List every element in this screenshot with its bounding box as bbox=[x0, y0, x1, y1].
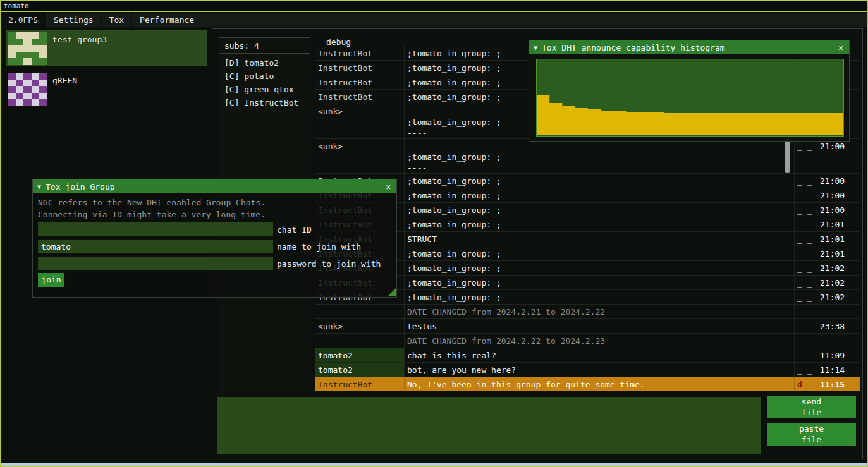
chat-message-time: 21:01 bbox=[817, 246, 860, 260]
chat-message-time: 21:00 bbox=[817, 188, 860, 202]
chat-message-row[interactable]: tomato2bot, are you new here?_ _11:14 bbox=[315, 363, 860, 377]
chat-message-time: 21:00 bbox=[817, 174, 860, 188]
group-name: gREEN bbox=[52, 76, 77, 107]
resize-grip[interactable] bbox=[388, 288, 396, 296]
join-name-label: name to join with bbox=[277, 242, 361, 252]
app-window: tomato 2.0FPS Settings Tox Performance t… bbox=[0, 0, 868, 467]
chat-message-flags: _ _ bbox=[795, 261, 817, 275]
message-input[interactable] bbox=[217, 397, 761, 454]
chat-message-text: ;tomato_in_group: ; bbox=[405, 276, 795, 289]
dht-histogram-titlebar[interactable]: ▼ Tox DHT announce capability histogram … bbox=[529, 40, 849, 54]
close-icon[interactable]: ✕ bbox=[384, 182, 392, 191]
chat-sender-name: <unk> bbox=[315, 104, 405, 138]
chat-message-row[interactable]: tomato2chat is this real?_ _11:09 bbox=[315, 348, 860, 363]
chat-message-row[interactable]: <unk>---- ;tomato_in_group: ; ----_ _21:… bbox=[315, 139, 860, 174]
join-name-input[interactable] bbox=[38, 240, 273, 253]
dht-histogram-plot bbox=[536, 59, 844, 137]
chat-sender-name bbox=[315, 305, 405, 318]
join-password-input[interactable] bbox=[38, 257, 273, 270]
chat-sender-name: <unk> bbox=[315, 139, 405, 173]
chat-date-row[interactable]: DATE CHANGED from 2024.2.22 to 2024.2.23 bbox=[315, 334, 860, 348]
group-name: test_group3 bbox=[52, 35, 107, 66]
collapse-arrow-icon[interactable]: ▼ bbox=[37, 183, 41, 190]
chat-sender-name: InstructBot bbox=[315, 75, 405, 89]
chat-tab-debug[interactable]: debug bbox=[326, 37, 351, 47]
collapse-arrow-icon[interactable]: ▼ bbox=[534, 44, 537, 51]
chat-message-row[interactable]: InstructBot;tomato_in_group: ;_ _21:02 bbox=[315, 276, 860, 290]
send-file-button[interactable]: send file bbox=[767, 396, 856, 418]
chat-date-row[interactable]: DATE CHANGED from 2024.2.21 to 2024.2.22 bbox=[315, 305, 860, 319]
chat-message-text: DATE CHANGED from 2024.2.21 to 2024.2.22 bbox=[405, 305, 795, 318]
chat-id-input[interactable] bbox=[38, 222, 273, 236]
chat-message-time bbox=[817, 334, 860, 348]
chat-message-time: 21:01 bbox=[817, 217, 860, 231]
paste-file-button[interactable]: paste file bbox=[767, 423, 856, 446]
chat-sender-name: InstructBot bbox=[315, 61, 405, 75]
chat-message-text: chat is this real? bbox=[405, 348, 795, 362]
chat-message-flags: _ _ bbox=[795, 290, 817, 304]
chat-sender-name: InstructBot bbox=[315, 377, 405, 391]
chat-message-row[interactable]: InstructBot;tomato_in_group: ;_ _21:01 bbox=[315, 217, 860, 232]
chat-message-time: 11:09 bbox=[817, 348, 860, 362]
chat-message-text: ;tomato_in_group: ; bbox=[405, 188, 795, 202]
chat-message-flags: d bbox=[795, 377, 817, 391]
chat-message-text: ;tomato_in_group: ; bbox=[405, 174, 795, 188]
chat-message-row[interactable]: InstructBot;tomato_in_group: ;_ _21:02 bbox=[315, 290, 860, 305]
chat-message-row[interactable]: InstructBot;tomato_in_group: ;_ _21:00 bbox=[315, 188, 860, 203]
join-group-titlebar[interactable]: ▼ Tox join Group ✕ bbox=[33, 179, 396, 193]
group-avatar-icon bbox=[8, 73, 47, 106]
window-titlebar[interactable]: tomato bbox=[1, 1, 867, 12]
dht-histogram-title: Tox DHT announce capability histogram bbox=[542, 43, 725, 52]
group-avatar-icon bbox=[8, 32, 47, 65]
histogram-plot-svg bbox=[537, 59, 843, 136]
chat-message-text: ---- ;tomato_in_group: ; ---- bbox=[405, 139, 795, 173]
window-bottom-edge bbox=[1, 463, 867, 466]
chat-sender-name: tomato2 bbox=[315, 363, 405, 377]
chat-message-row[interactable]: InstructBotSTRUCT_ _21:01 bbox=[315, 232, 860, 246]
chat-message-row[interactable]: InstructBot;tomato_in_group: ;_ _21:01 bbox=[315, 246, 860, 261]
chat-message-text: ;tomato_in_group: ; bbox=[405, 246, 795, 260]
fps-indicator: 2.0FPS bbox=[1, 13, 46, 27]
chat-message-flags: _ _ bbox=[795, 139, 817, 173]
member-item[interactable]: [C] green_qtox bbox=[219, 83, 310, 96]
chat-message-text: ;tomato_in_group: ; bbox=[405, 203, 795, 217]
chat-message-time: 21:02 bbox=[817, 276, 860, 289]
member-item[interactable]: [C] InstructBot bbox=[219, 96, 310, 109]
join-info-line: NGC refers to the New DHT enabled Group … bbox=[38, 198, 266, 207]
member-item[interactable]: [D] tomato2 bbox=[219, 56, 310, 70]
chat-sender-name: InstructBot bbox=[315, 90, 405, 104]
chat-message-text: bot, are you new here? bbox=[405, 363, 795, 377]
member-item[interactable]: [C] potato bbox=[219, 70, 310, 83]
chat-message-flags bbox=[795, 334, 817, 348]
chat-message-time: 21:00 bbox=[817, 203, 860, 217]
chat-message-text: ;tomato_in_group: ; bbox=[405, 217, 795, 231]
chat-message-flags: _ _ bbox=[795, 174, 817, 188]
join-button[interactable]: join bbox=[38, 273, 64, 287]
chat-message-flags: _ _ bbox=[795, 276, 817, 289]
chat-message-row[interactable]: InstructBot;tomato_in_group: ;_ _21:00 bbox=[315, 203, 860, 217]
chat-message-text: ;tomato_in_group: ; bbox=[405, 261, 795, 275]
chat-message-text: testus bbox=[405, 319, 795, 333]
subs-count-label: subs: 4 bbox=[219, 38, 310, 54]
chat-message-time: 23:38 bbox=[817, 319, 860, 333]
chat-message-row[interactable]: <unk>testus_ _23:38 bbox=[315, 319, 860, 334]
chat-message-row[interactable]: InstructBot;tomato_in_group: ;_ _21:00 bbox=[315, 174, 860, 188]
chat-sender-name bbox=[315, 334, 405, 348]
join-password-label: password to join with bbox=[277, 259, 381, 269]
chat-message-row[interactable]: InstructBot;tomato_in_group: ;_ _21:02 bbox=[315, 261, 860, 276]
menu-performance[interactable]: Performance bbox=[132, 13, 202, 27]
chat-message-time: 21:02 bbox=[817, 290, 860, 304]
chat-message-row[interactable]: InstructBotNo, I've been in this group f… bbox=[315, 377, 860, 391]
chat-message-flags: _ _ bbox=[795, 363, 817, 377]
chat-message-time bbox=[817, 305, 860, 318]
chat-id-label: chat ID bbox=[277, 225, 312, 234]
menu-settings[interactable]: Settings bbox=[46, 13, 102, 27]
close-icon[interactable]: ✕ bbox=[837, 43, 845, 52]
chat-message-text: ;tomato_in_group: ; bbox=[405, 290, 795, 304]
sidebar-group-green[interactable]: gREEN bbox=[6, 71, 207, 107]
join-group-title: Tox join Group bbox=[46, 182, 115, 191]
chat-sender-name: tomato2 bbox=[315, 348, 405, 362]
sidebar-group-test_group3[interactable]: test_group3 bbox=[6, 30, 207, 66]
menu-tox[interactable]: Tox bbox=[102, 13, 132, 27]
chat-message-flags: _ _ bbox=[795, 246, 817, 260]
